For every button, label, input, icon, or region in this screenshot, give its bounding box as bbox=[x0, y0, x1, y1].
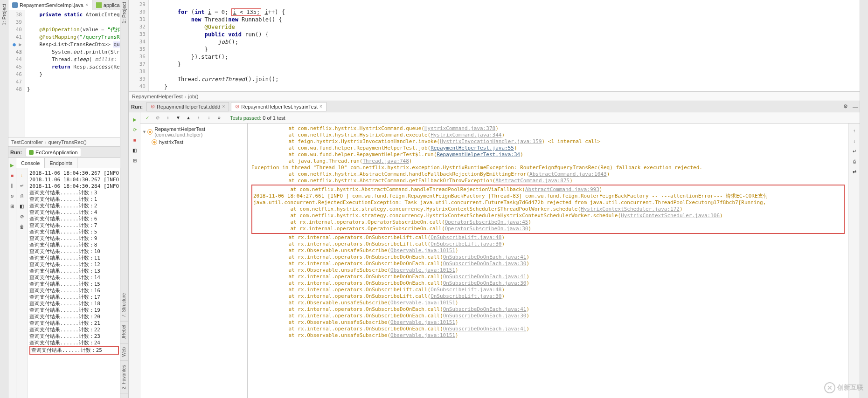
console-line[interactable]: 查询支付结果......计数：16 bbox=[29, 288, 119, 294]
console-line[interactable]: 查询支付结果......计数：8 bbox=[29, 242, 119, 248]
code-line[interactable]: for (int i = 0; i < 135; i++) { bbox=[151, 8, 858, 16]
stacktrace-line[interactable]: at com.netflix.hystrix.HystrixCommand.ex… bbox=[251, 132, 845, 138]
gutter-line[interactable]: 48 bbox=[8, 86, 22, 93]
gutter-line[interactable]: ● ▶ 42 bbox=[8, 41, 22, 48]
stacktrace-line[interactable]: Exception in thread "Thread-10" com.netf… bbox=[251, 165, 845, 171]
stacktrace-line[interactable]: at rx.internal.operators.OnSubscribeDoOn… bbox=[251, 306, 845, 313]
sort-button[interactable]: ↕ bbox=[164, 114, 172, 122]
next-button[interactable]: ↓ bbox=[205, 114, 213, 122]
show-passed-button[interactable]: ✓ bbox=[144, 114, 151, 122]
gutter-line[interactable]: 40 bbox=[129, 83, 146, 90]
console-line[interactable]: 查询支付结果......计数：21 bbox=[29, 320, 119, 327]
code-line[interactable]: Thread.currentThread().join(); bbox=[151, 75, 858, 83]
console-line[interactable]: 查询支付结果......计数：2 bbox=[29, 203, 119, 209]
console-line[interactable]: 查询支付结果......计数：22 bbox=[29, 327, 119, 333]
stacktrace-line[interactable]: at com.wu.fund.helper.RepaymentHelperTes… bbox=[251, 151, 845, 158]
code-line[interactable]: } bbox=[151, 61, 858, 68]
console-line[interactable]: 查询支付结果......计数：5 bbox=[29, 229, 119, 235]
tree-root[interactable]: ▼ RepaymentHelperTest (com.wu.fund.helpe… bbox=[142, 125, 245, 138]
stacktrace-line[interactable]: at rx.internal.operators.OnSubscribeLift… bbox=[251, 241, 845, 247]
console-line[interactable]: 查询支付结果......计数：17 bbox=[29, 294, 119, 301]
soft-wrap-button[interactable]: ↵ bbox=[18, 182, 26, 189]
print-button[interactable]: ⎙ bbox=[851, 158, 858, 165]
gutter-line[interactable]: 45 bbox=[8, 63, 22, 71]
stop-button[interactable]: ■ bbox=[8, 172, 16, 179]
stacktrace-line[interactable]: at rx.internal.operators.OnSubscribeLift… bbox=[251, 293, 845, 300]
scroll-down-button[interactable]: ↓ bbox=[851, 137, 858, 144]
stacktrace-line[interactable]: at rx.internal.operators.OnSubscribeDoOn… bbox=[251, 326, 845, 332]
console-line[interactable]: 查询支付结果......计数：23 bbox=[29, 333, 119, 340]
project-tab-mid[interactable]: 1: Project bbox=[120, 0, 128, 25]
stacktrace-line[interactable]: at rx.Observable.unsafeSubscribe(Observa… bbox=[251, 332, 845, 339]
test-tab-hystrix[interactable]: ⊘ RepaymentHelperTest.hystrixTest × bbox=[231, 102, 326, 111]
stacktrace-line[interactable]: at rx.Observable.unsafeSubscribe(Observa… bbox=[251, 267, 845, 274]
console-line[interactable]: 查询支付结果......计数：18 bbox=[29, 301, 119, 307]
breadcrumb-item[interactable]: job() bbox=[188, 94, 199, 99]
gutter-line[interactable]: 39 bbox=[8, 19, 22, 26]
code-line[interactable]: } bbox=[27, 71, 118, 78]
soft-wrap-button[interactable]: ↵ bbox=[851, 147, 858, 155]
gutter-line[interactable]: 47 bbox=[8, 78, 22, 86]
stacktrace-line[interactable]: 2018-11-06 18:04:27.661 [INFO ] com.wu.f… bbox=[253, 193, 843, 199]
print-button[interactable]: ⎙ bbox=[18, 192, 26, 199]
code-line[interactable]: @ApiOperation(value = "代扣结 bbox=[27, 26, 118, 34]
gear-icon[interactable]: ⚙ bbox=[843, 103, 850, 110]
console-line[interactable]: 查询支付结果......计数：7 bbox=[29, 222, 119, 229]
show-ignored-button[interactable]: ⊘ bbox=[154, 114, 161, 122]
code-line[interactable]: System.out.println(Stri bbox=[27, 48, 118, 56]
code-line[interactable]: Resp<List<TransRecDto>> que bbox=[27, 41, 118, 48]
stacktrace-line[interactable]: at rx.internal.operators.OperatorSubscri… bbox=[253, 219, 843, 226]
code-line[interactable]: } bbox=[151, 83, 858, 90]
endpoints-tab[interactable]: Endpoints bbox=[45, 158, 77, 168]
stacktrace-line[interactable]: at rx.internal.operators.OnSubscribeDoOn… bbox=[251, 261, 845, 267]
stacktrace-line[interactable]: at rx.internal.operators.OnSubscribeDoOn… bbox=[251, 274, 845, 280]
stacktrace-line[interactable]: at rx.internal.operators.OnSubscribeLift… bbox=[251, 234, 845, 241]
scroll-button[interactable]: ↑ bbox=[851, 127, 858, 134]
right-breadcrumb[interactable]: RepaymentHelperTest › job() bbox=[129, 91, 860, 101]
stacktrace-line[interactable]: at com.netflix.hystrix.HystrixCommand.qu… bbox=[251, 125, 845, 132]
chevron-down-icon[interactable]: ▼ bbox=[142, 130, 146, 134]
code-line[interactable]: @Override bbox=[151, 23, 858, 31]
left-breadcrumb[interactable]: TestController › queryTransRec() bbox=[8, 137, 120, 146]
project-tab[interactable]: 1: Project bbox=[0, 2, 8, 27]
stacktrace-line[interactable]: at com.netflix.hystrix.AbstractCommand.g… bbox=[251, 178, 845, 184]
gutter-line[interactable]: 39 bbox=[129, 75, 146, 83]
left-editor[interactable]: 38394041● ▶ 42434445464748 private stati… bbox=[8, 10, 120, 137]
console-line[interactable]: 查询支付结果......计数：11 bbox=[29, 255, 119, 261]
gutter-line[interactable]: 46 bbox=[8, 71, 22, 78]
clear-button[interactable]: ⊘ bbox=[18, 213, 26, 220]
gutter-line[interactable]: 36 bbox=[129, 53, 146, 61]
stacktrace-line[interactable]: at java.lang.Thread.run(Thread.java:748) bbox=[251, 158, 845, 165]
code-line[interactable]: job(); bbox=[151, 38, 858, 46]
jrebel-tab[interactable]: JRebel bbox=[120, 321, 128, 343]
export-button[interactable]: » bbox=[215, 114, 223, 122]
stacktrace-line[interactable]: at rx.internal.operators.OperatorSubscri… bbox=[253, 226, 843, 232]
code-line[interactable] bbox=[151, 1, 858, 8]
gutter-line[interactable]: 31 bbox=[129, 16, 146, 23]
stop-button[interactable]: ■ bbox=[131, 136, 139, 144]
trash-button[interactable]: 🗑 bbox=[18, 223, 26, 230]
close-icon[interactable]: × bbox=[319, 104, 322, 109]
camera-button[interactable]: ◧ bbox=[18, 202, 26, 210]
gutter-line[interactable]: 43 bbox=[8, 48, 22, 56]
gutter-line[interactable]: 30 bbox=[129, 8, 146, 16]
right-editor-area[interactable]: 293031323334353637383940 for (int i = 0;… bbox=[129, 0, 860, 91]
layout-button[interactable]: ⊞ bbox=[8, 202, 16, 210]
console-line[interactable]: 查询支付结果......计数：12 bbox=[29, 261, 119, 268]
test-output[interactable]: at com.netflix.hystrix.HystrixCommand.qu… bbox=[248, 124, 848, 398]
structure-tab[interactable]: 7: Structure bbox=[120, 289, 128, 322]
rerun-button[interactable]: ▶ bbox=[131, 116, 139, 123]
collapse-button[interactable]: ▲ bbox=[185, 114, 192, 122]
code-line[interactable]: } bbox=[151, 46, 858, 53]
left-code[interactable]: private static AtomicIntege @ApiOperatio… bbox=[25, 10, 120, 137]
console-line[interactable]: 2018-11-06 18:04:30.267 [INFO bbox=[29, 170, 119, 177]
stacktrace-line[interactable]: at rx.internal.operators.OnSubscribeLift… bbox=[251, 287, 845, 293]
rerun-button[interactable]: ▶ bbox=[8, 161, 16, 169]
stacktrace-line[interactable]: at com.wu.fund.helper.RepaymentHelperTes… bbox=[251, 145, 845, 151]
code-line[interactable]: return Resp.success(Resp bbox=[27, 63, 118, 71]
gutter-line[interactable]: 35 bbox=[129, 46, 146, 53]
console-line[interactable]: 2018-11-06 18:04:30.267 [INFO bbox=[29, 177, 119, 183]
code-line[interactable] bbox=[27, 19, 118, 26]
stacktrace-line[interactable]: at feign.hystrix.HystrixInvocationHandle… bbox=[251, 138, 845, 145]
stacktrace-line[interactable]: at com.netflix.hystrix.strategy.concurre… bbox=[253, 206, 843, 213]
